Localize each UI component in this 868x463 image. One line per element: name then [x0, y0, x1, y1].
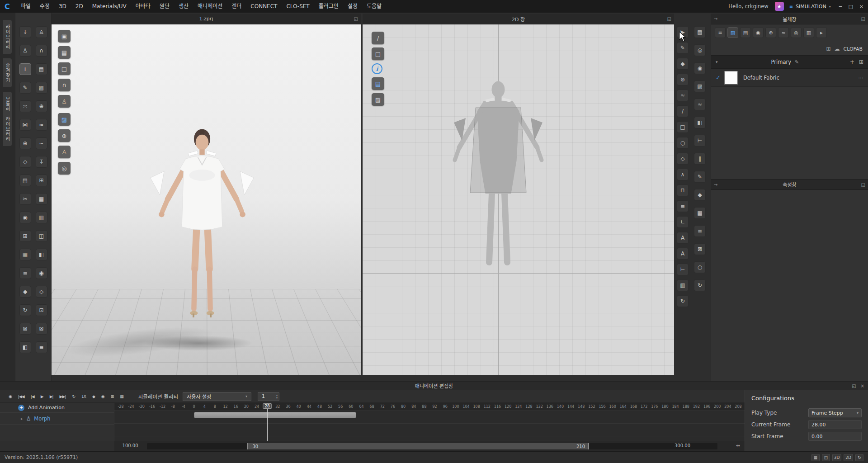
show-garment-icon[interactable]: ▤ — [694, 26, 706, 38]
go-to-start-button[interactable]: |◀◀ — [15, 394, 28, 399]
measure-icon[interactable]: ◧ — [19, 341, 31, 353]
snapshot-button[interactable]: ⊞ — [108, 394, 117, 399]
bake-icon[interactable]: ◉ — [36, 267, 47, 279]
range-min-value[interactable]: -100.00 — [121, 443, 138, 448]
pen-tool-icon[interactable]: ✎ — [19, 82, 31, 94]
more-icon[interactable]: ⋯ — [859, 75, 864, 81]
stitch-list-icon[interactable]: ≡ — [694, 225, 706, 237]
menu-item[interactable]: 애니메이션 — [193, 0, 227, 13]
timeline-area[interactable]: -28-24-20-16-12-8-4048121620242832364044… — [114, 403, 745, 441]
pattern-wire-icon[interactable]: □ — [58, 62, 71, 75]
float-window-icon[interactable]: ◱ — [861, 182, 865, 187]
show-base-fabric-icon[interactable]: ▨ — [372, 93, 384, 106]
transform-pattern-icon[interactable]: ▶ — [677, 26, 689, 38]
float-window-icon[interactable]: ◱ — [861, 16, 865, 21]
pin-icon[interactable]: ⊕ — [19, 137, 31, 149]
layer-tab-icon[interactable]: ▥ — [803, 27, 814, 38]
sewing-icon[interactable]: ⋈ — [19, 119, 31, 131]
trace-icon[interactable]: ∟ — [677, 216, 689, 228]
menu-item[interactable]: 파일 — [16, 0, 35, 13]
mode-select[interactable]: ≡ SIMULATION ▾ — [789, 4, 831, 9]
record-animation-button[interactable]: ◉ — [5, 394, 15, 399]
pin-box-icon[interactable]: ⊠ — [36, 323, 47, 335]
new-folder-icon[interactable]: ⊞ — [859, 59, 863, 65]
view-cube-icon[interactable]: ▣ — [58, 30, 71, 43]
world-axis-icon[interactable]: ◎ — [58, 162, 71, 175]
layer-icon[interactable]: ▥ — [36, 212, 47, 223]
uv-icon[interactable]: ⊞ — [36, 175, 47, 186]
menu-item[interactable]: 렌더 — [227, 0, 246, 13]
tab-library[interactable]: 라이브러리 — [3, 20, 12, 54]
avatar-pose-icon[interactable]: ♙ — [19, 45, 31, 57]
pressure-map-icon[interactable]: ◉ — [694, 62, 706, 74]
speed-label[interactable]: 1X — [78, 394, 89, 399]
fabric-swatch[interactable] — [724, 71, 738, 85]
smooth-icon[interactable]: ≡ — [36, 341, 47, 353]
menu-item[interactable]: 도움말 — [362, 0, 386, 13]
import-icon[interactable]: ↧ — [19, 26, 31, 38]
expand-caret-icon[interactable]: ▸ — [21, 416, 23, 421]
mirror-icon[interactable]: ◫ — [36, 230, 47, 242]
scene-list-icon[interactable]: ≡ — [715, 27, 726, 38]
clofab-label[interactable]: CLOFAB — [844, 46, 863, 52]
wind-icon[interactable]: ~ — [36, 137, 47, 149]
polygon-tool-icon[interactable]: ◇ — [677, 153, 689, 165]
arrange-icon[interactable]: ▤ — [19, 175, 31, 186]
timeline-ruler[interactable]: -28-24-20-16-12-8-4048121620242832364044… — [114, 403, 745, 411]
button-icon[interactable]: ◉ — [19, 212, 31, 223]
run-pose-icon[interactable]: ♙ — [36, 26, 47, 38]
edit-point-icon[interactable]: ◆ — [677, 58, 689, 70]
trim-icon[interactable]: ⊠ — [19, 323, 31, 335]
strain-map-icon[interactable]: ▨ — [694, 80, 706, 92]
refresh-button[interactable]: ↻ — [855, 454, 863, 461]
playhead[interactable]: 28 — [267, 403, 268, 441]
pattern-tab-icon[interactable]: ▤ — [740, 27, 751, 38]
zigzag-tab-icon[interactable]: ≈ — [778, 27, 789, 38]
morph-tool-icon[interactable]: ◇ — [36, 286, 47, 298]
range-track[interactable]: -30 210 — [147, 443, 717, 449]
fit-range-icon[interactable]: ↔ — [736, 443, 740, 449]
range-max-value[interactable]: 300.00 — [675, 443, 690, 448]
chevron-down-icon[interactable]: ▾ — [716, 60, 718, 64]
dart-tool-icon[interactable]: ∧ — [677, 169, 689, 180]
internal-line-icon[interactable]: ≡ — [677, 200, 689, 212]
float-window-icon[interactable]: ◱ — [667, 16, 671, 21]
menu-item[interactable]: 생산 — [174, 0, 193, 13]
menu-item[interactable]: 아바타 — [131, 0, 155, 13]
grading-text-icon[interactable]: A — [677, 248, 689, 260]
sketch-line-icon[interactable]: / — [372, 32, 384, 44]
float-window-icon[interactable]: ◱ — [354, 16, 358, 21]
timeline-row-2[interactable] — [114, 424, 745, 436]
remove-icon[interactable]: ⊠ — [694, 243, 706, 255]
menu-item[interactable]: 3D — [54, 0, 71, 13]
next-frame-button[interactable]: ▶| — [47, 394, 57, 399]
float-window-icon[interactable]: ◱ — [852, 383, 856, 388]
layout-split-button[interactable]: ◫ — [822, 454, 830, 461]
tape-measure-icon[interactable]: ⊢ — [694, 135, 706, 146]
fit-check-icon[interactable]: ◎ — [694, 44, 706, 56]
puckering-icon[interactable]: ≡ — [19, 267, 31, 279]
reload-icon[interactable]: ↻ — [694, 279, 706, 291]
rect-tool-icon[interactable]: □ — [677, 121, 689, 133]
minimize-button[interactable]: ─ — [839, 4, 842, 9]
fabric-section-header[interactable]: ▾ Primary ✎ + ⊞ — [711, 55, 868, 69]
user-greeting[interactable]: Hello, crkginew — [728, 3, 768, 9]
topstitch-icon[interactable]: ▦ — [19, 249, 31, 260]
show-pattern-icon[interactable]: ▤ — [36, 63, 47, 75]
viewport-2d-canvas[interactable]: /□i▤▨ — [363, 24, 674, 375]
play-type-select[interactable]: Frame Stepp ▾ — [808, 408, 862, 417]
annotate-2d-icon[interactable]: ✎ — [694, 171, 706, 183]
pin-display-icon[interactable]: ⊕ — [58, 129, 71, 142]
avatar-view-icon[interactable]: ♙ — [58, 95, 71, 108]
go-to-end-button[interactable]: ▶▶| — [57, 394, 69, 399]
quality-select[interactable]: 사용자 설정 ▾ — [183, 392, 251, 401]
edit-icon[interactable]: ✎ — [795, 59, 799, 65]
garment-view-icon[interactable]: ▤ — [58, 46, 71, 59]
toggle-3d-button[interactable]: 3D — [832, 454, 842, 461]
frame-step-spinner[interactable]: 1 ▴ ▾ — [258, 392, 279, 401]
text-tool-icon[interactable]: A — [677, 232, 689, 244]
video-capture-button[interactable]: ▦ — [117, 394, 127, 399]
steam-icon[interactable]: ≈ — [36, 119, 47, 131]
menu-item[interactable]: 플러그인 — [314, 0, 343, 13]
show-garment-display-icon[interactable]: ▨ — [58, 113, 71, 126]
